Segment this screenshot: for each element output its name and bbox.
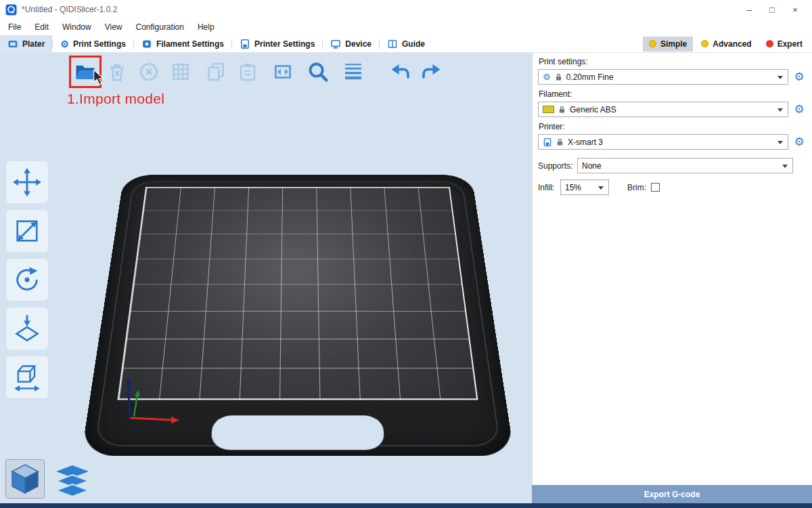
measure-icon (12, 362, 42, 392)
print-settings-label: Print settings: (539, 57, 805, 66)
undo-button[interactable] (386, 58, 413, 85)
view-mode-toggles (5, 459, 91, 500)
search-icon (307, 60, 330, 83)
menu-view[interactable]: View (98, 19, 129, 35)
export-gcode-button[interactable]: Export G-code (532, 485, 812, 503)
print-settings-combo[interactable]: ⚙ 0.20mm Fine (538, 69, 788, 85)
mode-expert[interactable]: Expert (760, 37, 809, 51)
lock-icon (556, 137, 564, 146)
undo-arrow-icon (388, 60, 411, 83)
tab-filament-settings[interactable]: Filament Settings (134, 35, 231, 52)
maximize-button[interactable]: □ (761, 1, 784, 18)
filament-icon (141, 39, 152, 49)
mouse-cursor-icon (92, 70, 107, 86)
mode-label: Simple (660, 39, 687, 49)
rotate-icon (12, 265, 42, 295)
variable-layer-height-icon (342, 60, 365, 83)
filament-value: Generic ABS (570, 105, 616, 114)
tab-label: Print Settings (73, 39, 126, 49)
printer-combo[interactable]: X-smart 3 (538, 134, 788, 150)
filament-combo[interactable]: Generic ABS (538, 102, 788, 117)
supports-value: None (582, 161, 602, 171)
delete-all-circle-x-icon (137, 60, 160, 83)
window-bottom-edge (0, 503, 812, 508)
tab-label: Printer Settings (254, 39, 315, 49)
menu-help[interactable]: Help (191, 19, 221, 35)
gear-icon: ⚙ (543, 72, 551, 81)
arrange-button[interactable] (167, 58, 194, 85)
app-logo-icon (5, 4, 17, 16)
window-title: *Untitled - QIDISlicer-1.0.2 (22, 5, 117, 14)
bed-grid (117, 187, 478, 400)
brim-checkbox[interactable] (651, 183, 660, 192)
mode-label: Expert (777, 39, 803, 49)
close-button[interactable]: × (784, 1, 807, 18)
copy-button[interactable] (202, 58, 229, 85)
tab-device[interactable]: Device (323, 35, 379, 52)
arrange-grid-icon (169, 60, 192, 83)
delete-trash-icon (106, 60, 129, 83)
infill-combo[interactable]: 15% (560, 179, 609, 195)
3d-viewport[interactable]: 1.Import model (0, 53, 532, 503)
set-instances-button[interactable] (269, 58, 296, 85)
brim-label: Brim: (627, 183, 646, 192)
axes-indicator-icon (125, 377, 192, 426)
3d-cube-icon (9, 463, 41, 495)
minimize-button[interactable]: – (738, 1, 761, 18)
paste-button[interactable] (234, 58, 261, 85)
menu-file[interactable]: File (1, 19, 28, 35)
supports-combo[interactable]: None (577, 158, 793, 173)
filament-gear-button[interactable]: ⚙ (793, 104, 805, 115)
rotate-gizmo-button[interactable] (6, 259, 48, 301)
copy-icon (204, 60, 227, 83)
menu-window[interactable]: Window (55, 19, 98, 35)
tabbar: Plater ⚙ Print Settings Filament Setting… (0, 35, 812, 53)
mode-label: Advanced (713, 39, 751, 49)
printer-gear-button[interactable]: ⚙ (793, 136, 805, 148)
delete-button[interactable] (104, 58, 131, 85)
tab-guide[interactable]: Guide (380, 35, 432, 52)
redo-button[interactable] (418, 58, 445, 85)
settings-sidebar: Print settings: ⚙ 0.20mm Fine ⚙ Filament… (532, 53, 812, 485)
mode-simple[interactable]: Simple (643, 37, 693, 51)
search-button[interactable] (304, 58, 332, 85)
gizmo-toolbar (6, 161, 48, 398)
infill-value: 15% (565, 183, 581, 192)
3d-editor-view-button[interactable] (5, 459, 45, 499)
printer-label: Printer: (539, 122, 805, 131)
move-icon (12, 167, 42, 197)
tab-label: Device (345, 39, 371, 49)
scale-icon (12, 216, 42, 246)
printer-icon (240, 39, 250, 49)
lock-icon (555, 72, 562, 81)
printer-value: X-smart 3 (568, 137, 603, 147)
variable-layer-height-button[interactable] (340, 58, 367, 85)
delete-all-button[interactable] (135, 58, 162, 85)
layers-preview-button[interactable] (54, 463, 91, 500)
redo-arrow-icon (420, 60, 443, 83)
menu-edit[interactable]: Edit (28, 19, 55, 35)
plater-icon (7, 39, 18, 49)
window-controls: – □ × (738, 1, 807, 18)
bed-handle-notch (210, 415, 384, 450)
tab-print-settings[interactable]: ⚙ Print Settings (53, 35, 133, 52)
device-icon (330, 39, 341, 49)
scale-gizmo-button[interactable] (6, 210, 48, 252)
tab-label: Plater (22, 39, 45, 49)
expert-mode-dot-icon (766, 40, 773, 47)
place-on-face-icon (12, 314, 42, 343)
place-on-face-gizmo-button[interactable] (6, 308, 48, 350)
measure-gizmo-button[interactable] (6, 356, 48, 398)
print-settings-gear-button[interactable]: ⚙ (793, 71, 805, 83)
gear-icon: ⚙ (60, 39, 69, 49)
filament-label: Filament: (539, 89, 805, 99)
tab-plater[interactable]: Plater (0, 35, 52, 52)
print-settings-value: 0.20mm Fine (566, 72, 614, 82)
mode-advanced[interactable]: Advanced (695, 37, 757, 51)
plater-toolbar (72, 58, 450, 85)
bed-scene (0, 53, 532, 503)
tab-printer-settings[interactable]: Printer Settings (232, 35, 322, 52)
move-gizmo-button[interactable] (6, 161, 48, 203)
menu-configuration[interactable]: Configuration (129, 19, 191, 35)
layers-stack-icon (55, 465, 90, 498)
